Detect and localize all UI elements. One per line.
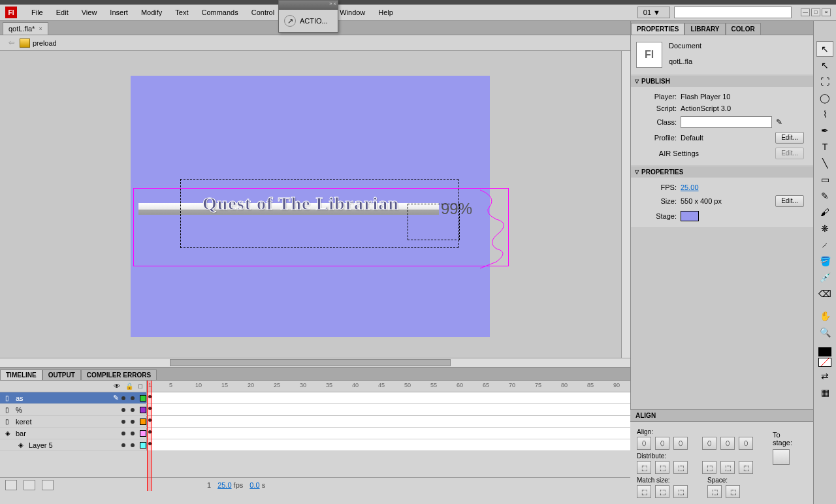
- pen-tool[interactable]: ✒: [816, 123, 833, 138]
- edit-air-button[interactable]: Edit...: [775, 148, 804, 159]
- actions-panel[interactable]: » × ↗ ACTIO...: [278, 0, 338, 33]
- stroke-color[interactable]: [818, 347, 831, 356]
- delete-layer-button[interactable]: [42, 480, 54, 490]
- dist-hcenter-button[interactable]: ⬚: [720, 461, 735, 474]
- player-value: Flash Player 10: [681, 93, 804, 101]
- align-hcenter-button[interactable]: ⬯: [655, 437, 669, 450]
- close-tab-icon[interactable]: ×: [39, 25, 42, 32]
- dist-left-button[interactable]: ⬚: [702, 461, 716, 474]
- eyedropper-tool[interactable]: 💉: [816, 270, 833, 285]
- fps-value[interactable]: 25.00: [681, 183, 699, 191]
- minimize-button[interactable]: —: [801, 8, 810, 16]
- panel-collapse-icon[interactable]: »: [329, 1, 332, 10]
- layer-row[interactable]: ◈Layer 5: [0, 439, 630, 451]
- tab-library[interactable]: LIBRARY: [684, 23, 725, 35]
- horizontal-scrollbar[interactable]: [0, 358, 630, 367]
- edit-profile-button[interactable]: Edit...: [775, 132, 804, 144]
- fill-color[interactable]: [818, 358, 831, 367]
- tab-color[interactable]: COLOR: [726, 23, 761, 35]
- to-stage-button[interactable]: [773, 449, 790, 465]
- rectangle-tool[interactable]: ▭: [816, 172, 833, 187]
- paint-bucket-tool[interactable]: 🪣: [816, 253, 833, 269]
- stage-area[interactable]: Quest of The Librarian 99%: [0, 51, 630, 367]
- menu-commands[interactable]: Commands: [195, 6, 244, 19]
- stage-color-swatch[interactable]: [681, 211, 699, 221]
- stage[interactable]: Quest of The Librarian 99%: [131, 76, 490, 337]
- search-input[interactable]: [674, 7, 792, 18]
- space-h-button[interactable]: ⬚: [726, 485, 740, 498]
- dist-right-button[interactable]: ⬚: [739, 461, 753, 474]
- layer-row[interactable]: ▯keret: [0, 416, 630, 428]
- vertical-scrollbar[interactable]: [621, 51, 630, 358]
- new-layer-button[interactable]: [5, 480, 17, 490]
- layer-row[interactable]: ◈bar: [0, 428, 630, 439]
- match-height-button[interactable]: ⬚: [655, 485, 669, 498]
- line-tool[interactable]: ╲: [816, 155, 833, 171]
- align-left-button[interactable]: ⬯: [637, 437, 651, 450]
- subselection-tool[interactable]: ↖: [816, 57, 833, 73]
- menu-window[interactable]: Window: [333, 6, 372, 19]
- restore-button[interactable]: □: [811, 8, 820, 16]
- tab-properties[interactable]: PROPERTIES: [631, 23, 684, 35]
- pencil-tool[interactable]: ✎: [816, 188, 833, 204]
- text-tool[interactable]: T: [816, 139, 833, 155]
- bone-tool[interactable]: ⟋: [816, 237, 833, 253]
- selection-tool[interactable]: ↖: [816, 41, 833, 57]
- scene-icon: [20, 39, 30, 48]
- deco-tool[interactable]: ❋: [816, 221, 833, 236]
- dist-bottom-button[interactable]: ⬚: [673, 461, 688, 474]
- dist-top-button[interactable]: ⬚: [637, 461, 651, 474]
- menu-file[interactable]: File: [25, 6, 50, 19]
- tab-compiler-errors[interactable]: COMPILER ERRORS: [81, 370, 157, 380]
- free-transform-tool[interactable]: ⛶: [816, 74, 833, 89]
- new-folder-button[interactable]: [24, 480, 35, 490]
- align-top-button[interactable]: ⬯: [702, 437, 716, 450]
- menu-help[interactable]: Help: [372, 6, 400, 19]
- match-width-button[interactable]: ⬚: [637, 485, 651, 498]
- align-head[interactable]: ALIGN: [630, 410, 813, 422]
- timeline-panel: TIMELINE OUTPUT COMPILER ERRORS 👁 🔒 □ 15…: [0, 367, 630, 504]
- align-panel: ALIGN Align: ⬯ ⬯ ⬯ ⬯ ⬯ ⬯ Distribute: ⬚ ⬚…: [630, 409, 813, 504]
- lasso-tool[interactable]: ⌇: [816, 106, 833, 122]
- menu-edit[interactable]: Edit: [50, 6, 75, 19]
- menu-control[interactable]: Control: [245, 6, 281, 19]
- menu-text[interactable]: Text: [169, 6, 195, 19]
- edit-size-button[interactable]: Edit...: [775, 195, 804, 207]
- publish-section-head[interactable]: PUBLISH: [631, 76, 813, 87]
- menu-view[interactable]: View: [75, 6, 104, 19]
- eraser-tool[interactable]: ⌫: [816, 286, 833, 302]
- time-value[interactable]: 0.0: [249, 481, 259, 489]
- outline-column-icon[interactable]: □: [138, 383, 142, 390]
- snap-icon[interactable]: ▦: [816, 385, 833, 400]
- hand-tool[interactable]: ✋: [816, 308, 833, 324]
- document-tab-name: qotL.fla*: [8, 25, 35, 33]
- frames-ruler[interactable]: 151015202530354045505560657075808590: [147, 381, 630, 392]
- swap-colors-icon[interactable]: ⇄: [816, 368, 833, 384]
- panel-close-icon[interactable]: ×: [333, 1, 336, 10]
- edit-class-icon[interactable]: ✎: [776, 118, 782, 127]
- tab-timeline[interactable]: TIMELINE: [0, 370, 42, 380]
- fps-value[interactable]: 25.0: [217, 481, 231, 489]
- layer-row[interactable]: ▯%: [0, 404, 630, 416]
- properties-section-head[interactable]: PROPERTIES: [631, 166, 813, 178]
- visibility-column-icon[interactable]: 👁: [114, 383, 120, 390]
- close-button[interactable]: ×: [822, 8, 831, 16]
- workspace-selector[interactable]: 01 ▼: [637, 7, 670, 18]
- space-v-button[interactable]: ⬚: [707, 485, 722, 498]
- align-vcenter-button[interactable]: ⬯: [720, 437, 735, 450]
- menu-modify[interactable]: Modify: [135, 6, 169, 19]
- tab-output[interactable]: OUTPUT: [42, 370, 81, 380]
- layer-row[interactable]: ▯as✎: [0, 392, 630, 404]
- zoom-tool[interactable]: 🔍: [816, 324, 833, 340]
- dist-vcenter-button[interactable]: ⬚: [655, 461, 669, 474]
- lock-column-icon[interactable]: 🔒: [125, 383, 133, 390]
- menu-insert[interactable]: Insert: [103, 6, 135, 19]
- align-bottom-button[interactable]: ⬯: [739, 437, 753, 450]
- back-icon[interactable]: ⇦: [5, 39, 17, 47]
- document-tab[interactable]: qotL.fla* ×: [3, 22, 48, 35]
- 3d-rotation-tool[interactable]: ◯: [816, 90, 833, 106]
- align-right-button[interactable]: ⬯: [673, 437, 688, 450]
- match-both-button[interactable]: ⬚: [673, 485, 688, 498]
- class-input[interactable]: [681, 116, 772, 128]
- brush-tool[interactable]: 🖌: [816, 204, 833, 220]
